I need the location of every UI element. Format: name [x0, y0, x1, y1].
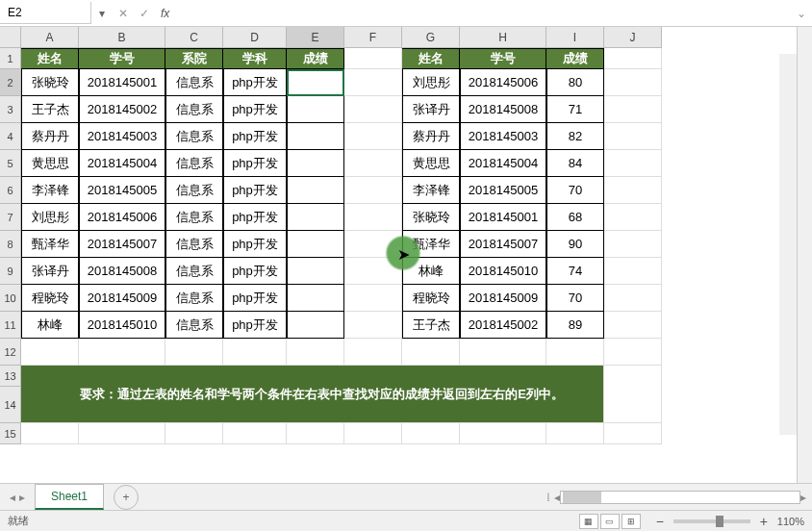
row-header-7[interactable]: 7 — [0, 204, 21, 231]
cell[interactable] — [604, 285, 662, 312]
cell[interactable] — [546, 423, 604, 444]
zoom-thumb[interactable] — [716, 516, 723, 527]
cell[interactable] — [604, 423, 662, 444]
cancel-formula-icon[interactable]: ✕ — [113, 1, 134, 26]
row-header-2[interactable]: 2 — [0, 69, 21, 96]
accept-formula-icon[interactable]: ✓ — [134, 1, 155, 26]
left-data-cell[interactable]: 信息系 — [165, 69, 223, 96]
left-data-cell[interactable]: 2018145005 — [79, 177, 165, 204]
right-data-cell[interactable]: 张译丹 — [402, 96, 460, 123]
row-header-10[interactable]: 10 — [0, 285, 21, 312]
cell[interactable] — [344, 150, 402, 177]
cell[interactable] — [287, 423, 344, 444]
right-data-cell[interactable]: 2018145006 — [460, 69, 546, 96]
right-data-cell[interactable]: 蔡丹丹 — [402, 123, 460, 150]
row-header-3[interactable]: 3 — [0, 96, 21, 123]
left-data-cell[interactable]: 2018145001 — [79, 69, 165, 96]
column-header-D[interactable]: D — [223, 27, 287, 48]
cell[interactable] — [344, 285, 402, 312]
cell[interactable] — [344, 339, 402, 366]
right-data-cell[interactable]: 程晓玲 — [402, 285, 460, 312]
right-data-cell[interactable]: 2018145008 — [460, 96, 546, 123]
row-header-15[interactable]: 15 — [0, 423, 21, 444]
right-data-cell[interactable]: 68 — [546, 204, 604, 231]
left-data-cell[interactable]: 2018145002 — [79, 96, 165, 123]
cell[interactable] — [460, 423, 546, 444]
cell[interactable] — [21, 339, 79, 366]
cell[interactable] — [604, 96, 662, 123]
left-data-cell[interactable] — [287, 204, 344, 231]
left-data-cell[interactable]: 林峰 — [21, 312, 79, 339]
left-data-cell[interactable]: 2018145008 — [79, 258, 165, 285]
zoom-out-button[interactable]: − — [652, 514, 668, 529]
cell[interactable] — [165, 339, 223, 366]
left-header[interactable]: 姓名 — [21, 48, 79, 69]
cell[interactable] — [402, 423, 460, 444]
left-data-cell[interactable]: 2018145003 — [79, 123, 165, 150]
column-header-A[interactable]: A — [21, 27, 79, 48]
left-data-cell[interactable]: 刘思彤 — [21, 204, 79, 231]
namebox-dropdown-icon[interactable]: ▾ — [91, 1, 113, 26]
right-header[interactable]: 学号 — [460, 48, 546, 69]
cell[interactable] — [546, 339, 604, 366]
cell[interactable] — [344, 123, 402, 150]
right-header[interactable]: 姓名 — [402, 48, 460, 69]
cell[interactable] — [79, 423, 165, 444]
left-header[interactable]: 学科 — [223, 48, 287, 69]
left-data-cell[interactable]: 2018145007 — [79, 231, 165, 258]
right-data-cell[interactable]: 2018145002 — [460, 312, 546, 339]
right-data-cell[interactable]: 74 — [546, 258, 604, 285]
right-data-cell[interactable]: 82 — [546, 123, 604, 150]
column-header-H[interactable]: H — [460, 27, 546, 48]
right-data-cell[interactable]: 李泽锋 — [402, 177, 460, 204]
left-data-cell[interactable]: php开发 — [223, 204, 287, 231]
column-header-I[interactable]: I — [546, 27, 604, 48]
right-data-cell[interactable]: 80 — [546, 69, 604, 96]
name-box[interactable] — [0, 2, 91, 24]
tab-nav-prev-icon[interactable]: ▸ — [19, 491, 25, 504]
horizontal-scrollbar[interactable] — [560, 491, 800, 504]
view-pagelayout-button[interactable]: ▭ — [600, 514, 620, 529]
cell[interactable] — [344, 96, 402, 123]
cell[interactable] — [344, 258, 402, 285]
cell[interactable] — [604, 366, 662, 423]
left-data-cell[interactable]: php开发 — [223, 177, 287, 204]
right-data-cell[interactable]: 张晓玲 — [402, 204, 460, 231]
left-data-cell[interactable]: 信息系 — [165, 96, 223, 123]
row-header-12[interactable]: 12 — [0, 339, 21, 366]
row-header-4[interactable]: 4 — [0, 123, 21, 150]
cell[interactable] — [604, 204, 662, 231]
left-header[interactable]: 学号 — [79, 48, 165, 69]
sheet-tab-active[interactable]: Sheet1 — [35, 484, 104, 510]
right-data-cell[interactable]: 2018145003 — [460, 123, 546, 150]
row-header-13[interactable]: 13 — [0, 366, 21, 387]
left-data-cell[interactable]: 王子杰 — [21, 96, 79, 123]
left-data-cell[interactable] — [287, 285, 344, 312]
cell[interactable] — [604, 123, 662, 150]
right-data-cell[interactable]: 70 — [546, 177, 604, 204]
active-cell[interactable] — [287, 69, 344, 96]
right-data-cell[interactable]: 89 — [546, 312, 604, 339]
left-data-cell[interactable] — [287, 231, 344, 258]
tab-nav-first-icon[interactable]: ◂ — [10, 491, 15, 504]
left-data-cell[interactable]: 2018145006 — [79, 204, 165, 231]
right-data-cell[interactable]: 甄泽华 — [402, 231, 460, 258]
left-data-cell[interactable]: php开发 — [223, 285, 287, 312]
cell[interactable] — [223, 339, 287, 366]
zoom-in-button[interactable]: + — [756, 514, 772, 529]
cell[interactable] — [344, 177, 402, 204]
right-data-cell[interactable]: 71 — [546, 96, 604, 123]
cell[interactable] — [604, 69, 662, 96]
select-all-corner[interactable] — [0, 27, 21, 48]
left-data-cell[interactable] — [287, 258, 344, 285]
cell[interactable] — [604, 258, 662, 285]
column-header-F[interactable]: F — [344, 27, 402, 48]
right-data-cell[interactable]: 林峰 — [402, 258, 460, 285]
cell[interactable] — [344, 231, 402, 258]
right-data-cell[interactable]: 2018145004 — [460, 150, 546, 177]
left-data-cell[interactable] — [287, 96, 344, 123]
row-header-8[interactable]: 8 — [0, 231, 21, 258]
column-header-B[interactable]: B — [79, 27, 165, 48]
cell[interactable] — [344, 204, 402, 231]
right-data-cell[interactable]: 2018145001 — [460, 204, 546, 231]
